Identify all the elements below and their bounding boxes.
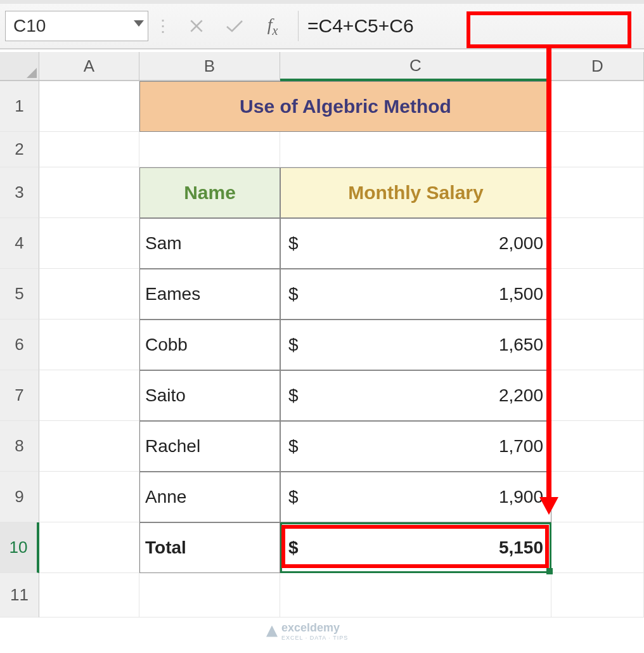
col-header-A[interactable]: A: [39, 52, 139, 80]
separator: ⋮: [148, 16, 177, 36]
cell-salary-0[interactable]: $2,000: [280, 218, 551, 269]
cell-D5[interactable]: [551, 269, 644, 320]
cell-name-0[interactable]: Sam: [139, 218, 280, 269]
row-header-9[interactable]: 9: [0, 472, 39, 522]
cell-A5[interactable]: [39, 269, 139, 320]
col-header-B[interactable]: B: [139, 52, 280, 80]
cancel-button[interactable]: [177, 11, 216, 41]
cell-D6[interactable]: [551, 320, 644, 370]
row-header-6[interactable]: 6: [0, 320, 39, 370]
cell-name-2[interactable]: Cobb: [139, 320, 280, 370]
cell-D3[interactable]: [551, 167, 644, 218]
cell-D1[interactable]: [551, 81, 644, 132]
arrow-line: [546, 44, 551, 498]
row-header-3[interactable]: 3: [0, 167, 39, 218]
name-box-value: C10: [13, 16, 46, 36]
cell-A8[interactable]: [39, 421, 139, 472]
cell-A4[interactable]: [39, 218, 139, 269]
cell-salary-3[interactable]: $2,200: [280, 370, 551, 421]
formula-bar-area: C10 ⋮ fx =C4+C5+C6: [0, 0, 644, 49]
col-header-C[interactable]: C: [280, 52, 551, 81]
currency-symbol: $: [286, 284, 299, 304]
salary-value: 2,000: [499, 233, 546, 254]
row-header-1[interactable]: 1: [0, 81, 39, 132]
fx-icon: fx: [267, 15, 278, 38]
row-headers: 1 2 3 4 5 6 7 8 9 10 11: [0, 81, 39, 617]
dropdown-icon[interactable]: [134, 20, 144, 27]
cell-C2[interactable]: [280, 132, 551, 167]
merged-title-cell[interactable]: Use of Algebric Method: [139, 81, 551, 132]
cell-salary-5[interactable]: $1,900: [280, 472, 551, 522]
col-header-D[interactable]: D: [551, 52, 644, 80]
watermark: exceldemy EXCEL · DATA · TIPS: [266, 621, 348, 641]
cell-name-4[interactable]: Rachel: [139, 421, 280, 472]
watermark-icon: [266, 626, 278, 637]
name-box[interactable]: C10: [5, 11, 148, 41]
cell-D7[interactable]: [551, 370, 644, 421]
enter-button[interactable]: [216, 11, 254, 41]
cell-A2[interactable]: [39, 132, 139, 167]
arrow-head-icon: [539, 497, 558, 515]
currency-symbol: $: [286, 233, 299, 254]
salary-value: 1,700: [499, 436, 546, 456]
cell-A3[interactable]: [39, 167, 139, 218]
cell-salary-2[interactable]: $1,650: [280, 320, 551, 370]
cell-A11[interactable]: [39, 573, 139, 617]
cell-total-value[interactable]: $5,150: [280, 522, 551, 573]
salary-value: 1,900: [499, 487, 546, 507]
row-header-8[interactable]: 8: [0, 421, 39, 472]
currency-symbol: $: [286, 538, 299, 558]
x-icon: [188, 18, 205, 34]
currency-symbol: $: [286, 335, 299, 355]
cell-B2[interactable]: [139, 132, 280, 167]
cell-B11[interactable]: [139, 573, 280, 617]
formula-highlight-box: [467, 11, 631, 48]
cell-D8[interactable]: [551, 421, 644, 472]
cell-D10[interactable]: [551, 522, 644, 573]
cell-D4[interactable]: [551, 218, 644, 269]
cells-area: Use of Algebric Method Name Monthly Sala…: [39, 81, 644, 617]
row-header-4[interactable]: 4: [0, 218, 39, 269]
formula-text: =C4+C5+C6: [307, 15, 414, 37]
salary-value: 1,650: [499, 335, 546, 355]
cell-A6[interactable]: [39, 320, 139, 370]
header-name[interactable]: Name: [139, 167, 280, 218]
cell-A7[interactable]: [39, 370, 139, 421]
cell-A1[interactable]: [39, 81, 139, 132]
row-header-5[interactable]: 5: [0, 269, 39, 320]
cell-D2[interactable]: [551, 132, 644, 167]
cell-total-label[interactable]: Total: [139, 522, 280, 573]
row-header-10[interactable]: 10: [0, 522, 39, 573]
watermark-main: exceldemy: [281, 621, 340, 634]
cell-D9[interactable]: [551, 472, 644, 522]
header-salary[interactable]: Monthly Salary: [280, 167, 551, 218]
row-header-7[interactable]: 7: [0, 370, 39, 421]
watermark-sub: EXCEL · DATA · TIPS: [281, 635, 348, 641]
row-header-11[interactable]: 11: [0, 573, 39, 617]
total-value: 5,150: [499, 538, 546, 558]
salary-value: 2,200: [499, 385, 546, 406]
cell-name-3[interactable]: Saito: [139, 370, 280, 421]
currency-symbol: $: [286, 436, 299, 456]
cell-name-5[interactable]: Anne: [139, 472, 280, 522]
cell-A9[interactable]: [39, 472, 139, 522]
select-all-corner[interactable]: [0, 52, 39, 80]
row-header-2[interactable]: 2: [0, 132, 39, 167]
currency-symbol: $: [286, 385, 299, 406]
cell-salary-4[interactable]: $1,700: [280, 421, 551, 472]
cell-A10[interactable]: [39, 522, 139, 573]
check-icon: [224, 18, 245, 34]
fx-button[interactable]: fx: [254, 11, 292, 41]
cell-name-1[interactable]: Eames: [139, 269, 280, 320]
currency-symbol: $: [286, 487, 299, 507]
salary-value: 1,500: [499, 284, 546, 304]
cell-salary-1[interactable]: $1,500: [280, 269, 551, 320]
cell-C11[interactable]: [280, 573, 551, 617]
cell-D11[interactable]: [551, 573, 644, 617]
